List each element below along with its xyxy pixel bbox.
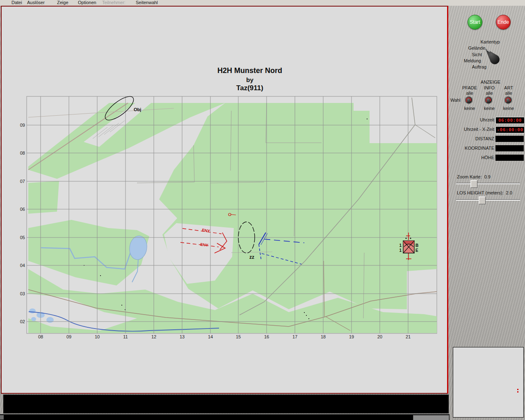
info-knob-icon[interactable] [484,96,493,105]
svg-text:04: 04 [20,263,25,268]
kartentyp-knob-icon[interactable] [483,46,500,65]
svg-text:19: 19 [349,334,354,339]
svg-text:12: 12 [151,334,156,339]
start-button[interactable]: Start [468,15,482,30]
menu-bar: Datei Auslöser Zeige Optionen Teilnehmer… [0,0,525,6]
uhrzeit-xzeit-display: -06:00:00 [495,126,525,133]
svg-text:21: 21 [406,334,411,339]
panel-red-dot-top [517,389,518,390]
zoom-karte-caption: Zoom Karte: 0.9 [457,174,491,179]
anzeige-wahl-label: Wahl [450,98,461,103]
bottom-corner-box [0,415,4,420]
svg-text:09: 09 [20,123,25,128]
svg-text:zz: zz [249,254,254,260]
menu-datei[interactable]: Datei [11,0,22,5]
svg-text:06: 06 [20,207,25,212]
hoehe-display [495,155,524,161]
svg-text:07: 07 [20,179,25,184]
menu-ausloeser[interactable]: Auslöser [27,0,45,5]
svg-text:20: 20 [377,334,382,339]
svg-text:B: B [415,243,418,248]
koordinate-display [495,145,524,151]
kartentyp-option-sicht[interactable]: Sicht [452,52,482,57]
anzeige-col-art: ART [494,85,523,90]
svg-text:08: 08 [38,334,43,339]
map-window: H2H Munster Nord by Taz(911) [1,6,448,394]
svg-text:Obj: Obj [134,107,141,112]
menu-optionen[interactable]: Optionen [78,0,96,5]
los-height-value: 2.0 [506,190,512,195]
kartentyp-option-gelaende[interactable]: Gelände [452,46,485,50]
los-height-slider-track[interactable] [456,199,520,201]
svg-text:11: 11 [123,334,128,339]
svg-text:05: 05 [20,235,25,240]
los-height-label: LOS HEIGHT (meters): [457,190,503,195]
svg-text:15: 15 [236,334,241,339]
los-height-caption: LOS HEIGHT (meters): 2.0 [457,190,512,195]
pfade-knob-icon[interactable] [464,96,473,105]
distanz-display [495,136,524,142]
svg-text:03: 03 [20,291,25,296]
zoom-karte-label: Zoom Karte: [457,174,482,179]
art-knob-icon[interactable] [504,96,513,105]
svg-text:09: 09 [66,334,71,339]
svg-text:13: 13 [180,334,185,339]
koordinate-label: KOORDINATE [451,146,494,151]
uhrzeit-label: Uhrzeit [451,117,494,122]
panel-red-dot-bottom [517,391,518,393]
zoom-karte-value: 0.9 [484,174,491,179]
zoom-karte-slider-thumb[interactable] [470,180,477,188]
menu-zeige[interactable]: Zeige [57,0,68,5]
kartentyp-option-meldung[interactable]: Meldung [449,58,481,63]
bottom-status-strip [0,414,450,420]
menu-teilnehmer: Teilnehmer: [102,0,126,5]
uhrzeit-xzeit-label: Uhrzeit - X-Zeit [451,127,494,132]
hoehe-label: HÖHE [451,155,494,160]
bottom-scrollbar-thumb[interactable] [413,415,449,420]
desktop: { "menu": { "items": [ {"label": "Datei"… [0,0,525,420]
message-panel [453,347,524,418]
ende-button-label: Ende [498,19,509,25]
map-canvas[interactable]: 08 09 10 11 12 13 14 15 16 17 18 19 20 2… [2,7,447,393]
zoom-karte-slider-track[interactable] [456,183,520,184]
anzeige-art-alle: alle [494,91,523,96]
anzeige-title: ANZEIGE [474,80,507,84]
svg-text:1: 1 [399,248,402,253]
svg-text:10: 10 [95,334,100,339]
console-output-bar [3,395,449,413]
ende-button[interactable]: Ende [496,15,511,30]
uhrzeit-display: 06:00:00 [495,117,525,124]
svg-text:18: 18 [321,334,326,339]
svg-text:08: 08 [20,151,25,155]
anzeige-art-keine: keine [494,106,523,111]
kartentyp-option-auftrag[interactable]: Auftrag [454,64,486,69]
kartentyp-title: Kartentyp [474,39,507,44]
distanz-label: DISTANZ [451,136,494,141]
menu-seitenwahl[interactable]: Seitenwahl [136,0,158,5]
svg-text:E: E [415,248,418,253]
svg-text:14: 14 [208,334,213,339]
svg-text:02: 02 [20,319,25,324]
svg-text:17: 17 [292,334,297,339]
start-button-label: Start [470,19,480,25]
svg-text:1: 1 [399,243,402,248]
svg-text:16: 16 [264,334,269,339]
los-height-slider-thumb[interactable] [479,196,486,204]
